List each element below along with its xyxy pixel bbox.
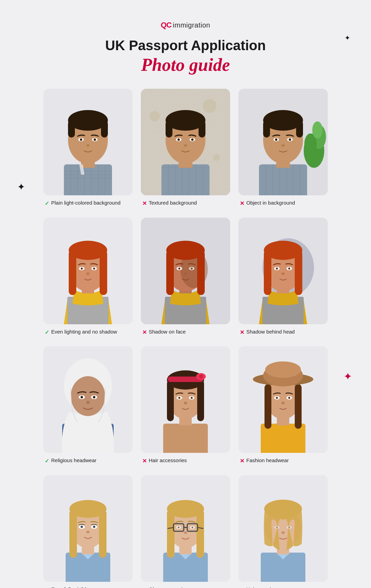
photo-frame-fashion-headwear (238, 346, 328, 453)
caption-shadow-head: ✕ Shadow behind head (238, 328, 296, 336)
svg-rect-1 (64, 164, 112, 195)
svg-rect-120 (197, 380, 204, 421)
svg-rect-16 (101, 120, 108, 138)
cross-icon-object-bg: ✕ (240, 200, 244, 207)
person-svg-shadow-head (238, 218, 328, 324)
svg-rect-73 (100, 250, 107, 295)
photo-item-even-lighting: ✓ Even lighting and no shadow (43, 218, 133, 336)
decorative-star-top-right (345, 34, 350, 41)
svg-point-25 (203, 99, 216, 113)
svg-point-77 (93, 268, 95, 270)
cross-icon-hair-accessories: ✕ (142, 457, 147, 465)
decorative-star-right-mid (344, 371, 352, 382)
person-svg-object-bg (238, 89, 328, 195)
svg-point-125 (178, 397, 180, 399)
caption-text-eyes-visible: Eyes fully visible (51, 586, 89, 588)
caption-hair-accessories: ✕ Hair accessories (141, 457, 188, 465)
person-svg-eyes-visible (43, 475, 133, 582)
caption-text-even-lighting: Even lighting and no shadow (51, 328, 117, 335)
svg-point-101 (276, 268, 278, 270)
svg-point-88 (178, 268, 180, 270)
caption-textured-bg: ✕ Textured background (141, 199, 198, 207)
photo-item-textured-bg: ✕ Textured background (141, 89, 230, 207)
page-title-main: UK Passport Application (7, 38, 364, 53)
svg-rect-159 (167, 510, 175, 558)
photo-item-fashion-headwear: ✕ Fashion headwear (238, 346, 328, 465)
person-svg-textured-bg (141, 89, 230, 195)
svg-point-66 (281, 144, 285, 147)
svg-point-65 (289, 139, 291, 141)
svg-point-137 (265, 361, 301, 378)
photo-grid-eyes: ✓ Eyes fully visible (7, 475, 364, 588)
svg-point-26 (213, 154, 220, 161)
svg-point-90 (191, 268, 193, 270)
svg-point-178 (276, 526, 278, 528)
svg-point-18 (80, 139, 82, 141)
caption-object-bg: ✕ Object in background (238, 199, 296, 207)
logo-qc: QC (161, 21, 171, 30)
svg-point-104 (281, 272, 285, 275)
check-icon-plain-bg: ✓ (45, 200, 49, 207)
cross-icon-shadow-head: ✕ (240, 329, 244, 336)
svg-point-153 (93, 525, 95, 528)
caption-text-fashion-headwear: Fashion headwear (246, 457, 289, 464)
photo-grid-background: ✓ Plain light-colored background (7, 89, 364, 207)
photo-frame-religious (43, 346, 133, 453)
svg-point-63 (275, 139, 278, 141)
caption-text-religious: Religious headwear (51, 457, 97, 464)
svg-point-171 (184, 531, 187, 534)
svg-point-113 (86, 401, 90, 404)
svg-rect-98 (264, 250, 271, 295)
page-title-sub: Photo guide (7, 55, 364, 75)
svg-point-91 (184, 272, 187, 275)
caption-plain-bg: ✓ Plain light-colored background (43, 199, 122, 207)
svg-rect-27 (161, 164, 210, 195)
svg-rect-85 (166, 250, 174, 295)
svg-point-41 (178, 139, 180, 141)
svg-rect-50 (259, 164, 307, 195)
check-icon-eyes-visible: ✓ (45, 586, 49, 588)
person-svg-hair-covering (238, 475, 328, 582)
svg-point-49 (312, 121, 323, 139)
caption-shadow-face: ✕ Shadow on face (141, 328, 187, 336)
caption-text-shadow-face: Shadow on face (149, 328, 186, 335)
svg-point-20 (94, 139, 96, 141)
logo-text: immigration (173, 21, 210, 29)
svg-rect-86 (197, 250, 205, 295)
cross-icon-fashion-headwear: ✕ (240, 457, 244, 465)
svg-rect-60 (263, 120, 270, 138)
svg-point-78 (86, 272, 90, 275)
person-svg-religious (43, 346, 133, 453)
caption-text-hair-accessories: Hair accessories (149, 457, 187, 464)
photo-frame-plain-bg (43, 89, 133, 195)
svg-point-21 (86, 144, 90, 147)
svg-point-151 (81, 525, 83, 528)
photo-item-plain-bg: ✓ Plain light-colored background (43, 89, 133, 207)
photo-grid-lighting: ✓ Even lighting and no shadow (7, 218, 364, 336)
svg-point-149 (69, 500, 106, 518)
svg-point-110 (81, 396, 83, 399)
check-icon-religious: ✓ (45, 457, 49, 465)
svg-point-75 (81, 268, 83, 270)
svg-point-44 (184, 144, 187, 147)
svg-point-142 (281, 402, 285, 404)
photo-frame-shadow-head (238, 218, 328, 324)
caption-even-lighting: ✓ Even lighting and no shadow (43, 328, 119, 336)
photo-frame-hair-covering (238, 475, 328, 582)
caption-hair-covering: ✕ Hair covering eyes (238, 586, 290, 588)
svg-rect-119 (167, 380, 174, 421)
caption-text-hair-covering: Hair covering eyes (246, 586, 289, 588)
photo-item-eyes-visible: ✓ Eyes fully visible (43, 475, 133, 588)
svg-rect-133 (265, 384, 271, 429)
section-background: ✓ Plain light-colored background (7, 89, 364, 207)
caption-eyes-visible: ✓ Eyes fully visible (43, 586, 90, 588)
svg-point-24 (149, 111, 160, 121)
person-svg-shadow-face (141, 218, 230, 324)
cross-icon-hair-covering: ✕ (240, 586, 244, 588)
svg-rect-61 (296, 120, 303, 138)
photo-frame-textured-bg (141, 89, 230, 195)
svg-rect-39 (199, 120, 205, 138)
photo-frame-hair-accessories (141, 346, 230, 453)
svg-point-170 (192, 526, 193, 528)
svg-point-128 (184, 402, 187, 404)
